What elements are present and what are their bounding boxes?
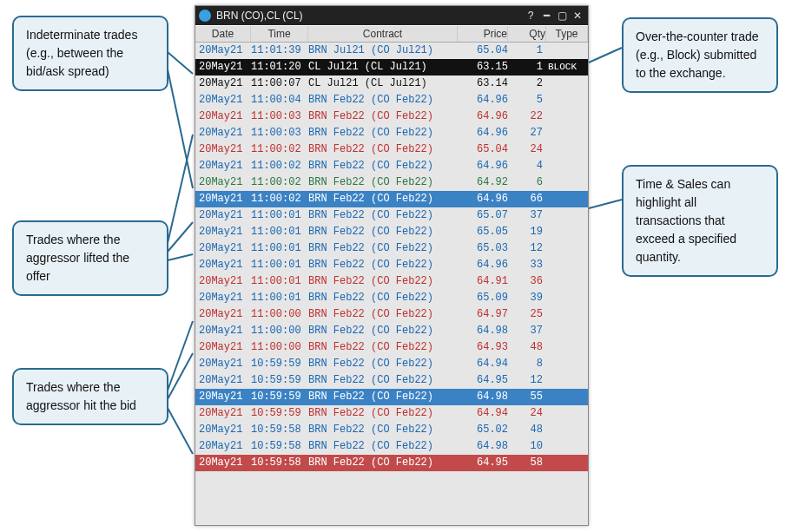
cell-qty: 5 — [508, 92, 546, 108]
table-row[interactable]: 20May2110:59:59 BRN Feb22 (CO Feb22)64.9… — [195, 405, 588, 422]
cell-price: 65.02 — [458, 422, 508, 438]
cell-contract: BRN Feb22 (CO Feb22) — [308, 125, 458, 141]
cell-contract: BRN Feb22 (CO Feb22) — [308, 257, 458, 273]
table-row[interactable]: 20May2111:00:01 BRN Feb22 (CO Feb22)65.0… — [195, 290, 588, 306]
cell-date: 20May21 — [195, 174, 251, 191]
table-row[interactable]: 20May2111:00:01 BRN Feb22 (CO Feb22)65.0… — [195, 224, 588, 240]
table-row[interactable]: 20May2111:00:00 BRN Feb22 (CO Feb22)64.9… — [195, 323, 588, 339]
table-row[interactable]: 20May2110:59:59 BRN Feb22 (CO Feb22)64.9… — [195, 389, 588, 405]
cell-time: 10:59:59 — [251, 389, 308, 405]
table-row[interactable]: 20May2111:00:00 BRN Feb22 (CO Feb22)64.9… — [195, 306, 588, 323]
clock-icon — [199, 10, 211, 22]
cell-time: 11:00:03 — [251, 108, 308, 125]
maximize-icon[interactable]: ▢ — [555, 9, 569, 23]
table-row[interactable]: 20May2111:00:04 BRN Feb22 (CO Feb22)64.9… — [195, 92, 588, 108]
cell-time: 10:59:59 — [251, 405, 308, 422]
cell-time: 10:59:58 — [251, 455, 308, 471]
table-row[interactable]: 20May2110:59:58 BRN Feb22 (CO Feb22)64.9… — [195, 455, 588, 471]
cell-date: 20May21 — [195, 356, 251, 372]
cell-qty: 12 — [508, 240, 546, 257]
cell-qty: 33 — [508, 257, 546, 273]
cell-contract: BRN Feb22 (CO Feb22) — [308, 92, 458, 108]
cell-contract: BRN Feb22 (CO Feb22) — [308, 273, 458, 290]
cell-qty: 27 — [508, 125, 546, 141]
table-row[interactable]: 20May2111:00:02 BRN Feb22 (CO Feb22)64.9… — [195, 174, 588, 191]
cell-qty: 12 — [508, 372, 546, 389]
close-icon[interactable]: ✕ — [571, 9, 584, 23]
callout-text: Time & Sales can highlight all transacti… — [636, 177, 736, 264]
table-row[interactable]: 20May2111:01:20 CL Jul21 (CL Jul21)63.15… — [195, 59, 588, 76]
table-row[interactable]: 20May2111:00:01 BRN Feb22 (CO Feb22)65.0… — [195, 207, 588, 224]
cell-price: 64.96 — [458, 257, 508, 273]
cell-time: 11:00:01 — [251, 273, 308, 290]
cell-date: 20May21 — [195, 339, 251, 356]
cell-qty: 39 — [508, 290, 546, 306]
table-row[interactable]: 20May2110:59:58 BRN Feb22 (CO Feb22)65.0… — [195, 422, 588, 438]
cell-time: 11:00:07 — [251, 76, 308, 92]
callout-indeterminate: Indeterminate trades (e.g., between the … — [12, 16, 168, 91]
cell-price: 65.03 — [458, 240, 508, 257]
cell-date: 20May21 — [195, 455, 251, 471]
table-row[interactable]: 20May2111:00:01 BRN Feb22 (CO Feb22)64.9… — [195, 257, 588, 273]
help-icon[interactable]: ? — [524, 9, 538, 23]
header-qty[interactable]: Qty — [508, 26, 546, 42]
cell-contract: BRN Feb22 (CO Feb22) — [308, 323, 458, 339]
table-body: 20May2111:01:39 BRN Jul21 (CO Jul21)65.0… — [195, 43, 588, 471]
cell-price: 63.14 — [458, 76, 508, 92]
table-row[interactable]: 20May2111:00:00 BRN Feb22 (CO Feb22)64.9… — [195, 339, 588, 356]
cell-qty: 19 — [508, 224, 546, 240]
callout-otc-block: Over-the-counter trade (e.g., Block) sub… — [622, 17, 778, 93]
cell-qty: 1 — [508, 59, 546, 76]
cell-contract: BRN Feb22 (CO Feb22) — [308, 240, 458, 257]
table-row[interactable]: 20May2111:00:02 BRN Feb22 (CO Feb22)65.0… — [195, 141, 588, 158]
cell-contract: BRN Feb22 (CO Feb22) — [308, 422, 458, 438]
cell-contract: BRN Feb22 (CO Feb22) — [308, 290, 458, 306]
table-row[interactable]: 20May2110:59:59 BRN Feb22 (CO Feb22)64.9… — [195, 372, 588, 389]
header-time[interactable]: Time — [251, 26, 308, 42]
header-date[interactable]: Date — [195, 26, 251, 42]
cell-contract: BRN Feb22 (CO Feb22) — [308, 108, 458, 125]
cell-qty: 2 — [508, 76, 546, 92]
cell-time: 10:59:59 — [251, 356, 308, 372]
header-contract[interactable]: Contract — [308, 26, 458, 42]
table-row[interactable]: 20May2111:00:01 BRN Feb22 (CO Feb22)65.0… — [195, 240, 588, 257]
callout-lifted-offer: Trades where the aggressor lifted the of… — [12, 220, 168, 296]
cell-price: 64.92 — [458, 174, 508, 191]
table-row[interactable]: 20May2111:00:07 CL Jul21 (CL Jul21)63.14… — [195, 76, 588, 92]
table-row[interactable]: 20May2111:00:02 BRN Feb22 (CO Feb22)64.9… — [195, 191, 588, 207]
cell-contract: BRN Feb22 (CO Feb22) — [308, 158, 458, 174]
cell-date: 20May21 — [195, 125, 251, 141]
cell-price: 64.98 — [458, 389, 508, 405]
table-row[interactable]: 20May2111:00:03 BRN Feb22 (CO Feb22)64.9… — [195, 125, 588, 141]
minimize-icon[interactable]: ━ — [539, 9, 553, 23]
cell-time: 11:00:02 — [251, 191, 308, 207]
callout-text: Trades where the aggressor hit the bid — [26, 380, 136, 412]
titlebar[interactable]: BRN (CO),CL (CL) ? ━ ▢ ✕ — [195, 6, 588, 25]
cell-contract: BRN Feb22 (CO Feb22) — [308, 389, 458, 405]
table-row[interactable]: 20May2111:01:39 BRN Jul21 (CO Jul21)65.0… — [195, 43, 588, 59]
table-row[interactable]: 20May2111:00:01 BRN Feb22 (CO Feb22)64.9… — [195, 273, 588, 290]
header-price[interactable]: Price — [458, 26, 508, 42]
cell-contract: CL Jul21 (CL Jul21) — [308, 59, 458, 76]
cell-date: 20May21 — [195, 207, 251, 224]
cell-qty: 48 — [508, 339, 546, 356]
cell-qty: 8 — [508, 356, 546, 372]
callout-highlight-qty: Time & Sales can highlight all transacti… — [622, 165, 778, 277]
header-type[interactable]: Type — [546, 26, 588, 42]
cell-date: 20May21 — [195, 290, 251, 306]
cell-date: 20May21 — [195, 191, 251, 207]
table-row[interactable]: 20May2110:59:59 BRN Feb22 (CO Feb22)64.9… — [195, 356, 588, 372]
table-row[interactable]: 20May2110:59:58 BRN Feb22 (CO Feb22)64.9… — [195, 438, 588, 455]
table-row[interactable]: 20May2111:00:02 BRN Feb22 (CO Feb22)64.9… — [195, 158, 588, 174]
cell-qty: 4 — [508, 158, 546, 174]
cell-type: BLOCK — [546, 59, 588, 76]
cell-qty: 66 — [508, 191, 546, 207]
cell-price: 65.04 — [458, 141, 508, 158]
cell-qty: 22 — [508, 108, 546, 125]
cell-contract: BRN Feb22 (CO Feb22) — [308, 207, 458, 224]
table-row[interactable]: 20May2111:00:03 BRN Feb22 (CO Feb22)64.9… — [195, 108, 588, 125]
cell-price: 64.94 — [458, 405, 508, 422]
cell-qty: 58 — [508, 455, 546, 471]
cell-qty: 25 — [508, 306, 546, 323]
cell-qty: 37 — [508, 323, 546, 339]
